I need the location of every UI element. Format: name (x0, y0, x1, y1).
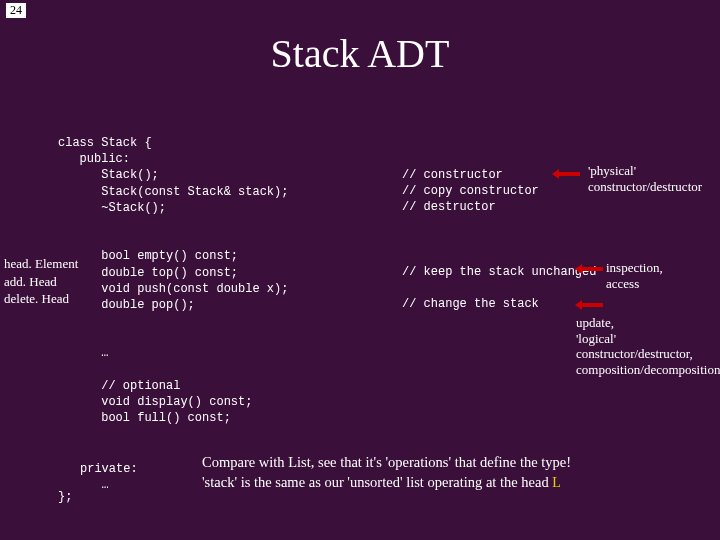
code-line: private: (80, 462, 138, 476)
sad-face-icon: L (552, 475, 561, 490)
code-block-private: private: … (80, 445, 138, 494)
slide-title: Stack ADT (0, 30, 720, 77)
annot-line: access (606, 276, 663, 292)
arrow-left-icon (581, 267, 603, 271)
code-block-main: class Stack { public: Stack(); Stack(con… (58, 135, 288, 426)
arrow-left-icon (581, 303, 603, 307)
side-list: head. Element add. Head delete. Head (4, 255, 78, 308)
slide-number: 24 (6, 3, 26, 18)
annot-line: 'logical' (576, 331, 720, 347)
comment-block-ctor: // constructor // copy constructor // de… (402, 167, 539, 216)
side-item: delete. Head (4, 290, 78, 308)
compare-note: Compare with List, see that it's 'operat… (202, 452, 571, 493)
side-item: head. Element (4, 255, 78, 273)
compare-line: 'stack' is the same as our 'unsorted' li… (202, 474, 552, 490)
arrow-left-icon (558, 172, 580, 176)
annot-line: 'physical' (588, 163, 702, 179)
code-close: }; (58, 490, 72, 504)
annot-line: constructor/destructor (588, 179, 702, 195)
annot-line: constructor/destructor, (576, 346, 720, 362)
annotation-inspection: inspection, access (606, 260, 663, 291)
annot-line: inspection, (606, 260, 663, 276)
compare-line: Compare with List, see that it's 'operat… (202, 452, 571, 472)
annot-line: update, (576, 315, 720, 331)
annot-line: composition/decomposition (576, 362, 720, 378)
annotation-physical: 'physical' constructor/destructor (588, 163, 702, 195)
annotation-update: update, 'logical' constructor/destructor… (576, 315, 720, 377)
comment-block-ops: // keep the stack unchanged // change th… (402, 264, 596, 313)
code-line: … (80, 478, 109, 492)
side-item: add. Head (4, 273, 78, 291)
